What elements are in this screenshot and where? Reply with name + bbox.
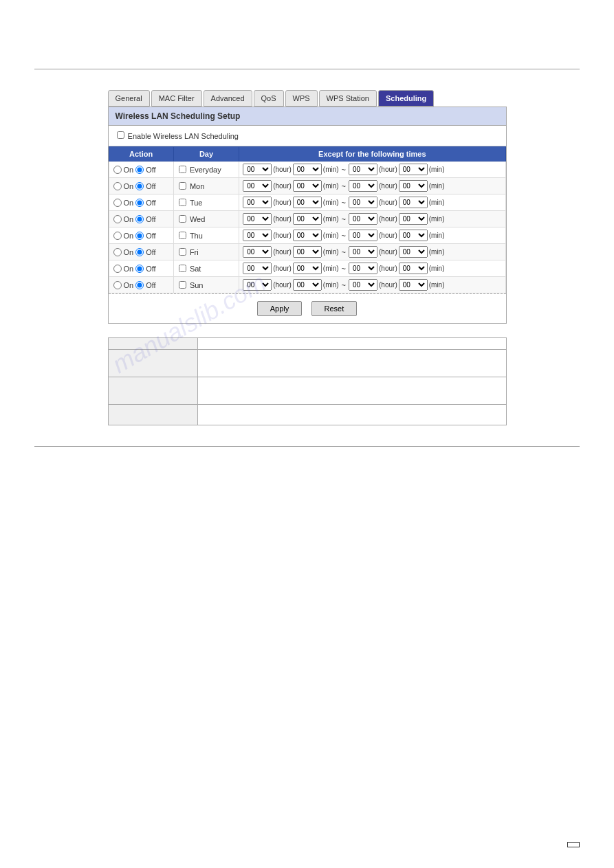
- hour-label-start-3: (hour): [273, 215, 292, 223]
- time-select-end-hour-5[interactable]: 0001020304050607080910111213141516171819…: [349, 246, 377, 258]
- radio-off-6[interactable]: [135, 265, 144, 273]
- on-label-1: On: [124, 182, 134, 190]
- min-label-end-0: (min): [429, 166, 445, 173]
- time-select-start-min-4[interactable]: 0001020304050607080910111213141516171819…: [293, 230, 322, 241]
- off-label-4: Off: [146, 232, 155, 240]
- header-time-range: Except for the following times: [239, 147, 505, 162]
- time-select-start-min-6[interactable]: 0001020304050607080910111213141516171819…: [293, 263, 322, 274]
- tab-wps[interactable]: WPS: [285, 90, 318, 107]
- off-label-7: Off: [146, 281, 155, 289]
- radio-off-2[interactable]: [135, 199, 144, 207]
- off-label-2: Off: [146, 199, 155, 207]
- time-select-start-hour-4[interactable]: 0001020304050607080910111213141516171819…: [243, 230, 272, 241]
- off-label-0: Off: [146, 166, 155, 174]
- enable-scheduling-checkbox[interactable]: [117, 131, 124, 139]
- time-select-start-hour-0[interactable]: 0001020304050607080910111213141516171819…: [243, 164, 272, 175]
- day-checkbox-2[interactable]: [179, 199, 186, 206]
- time-select-start-hour-5[interactable]: 0001020304050607080910111213141516171819…: [243, 246, 272, 258]
- min-label-start-2: (min): [323, 199, 339, 206]
- radio-on-7[interactable]: [113, 281, 122, 289]
- radio-on-1[interactable]: [113, 182, 122, 190]
- time-select-end-min-6[interactable]: 0001020304050607080910111213141516171819…: [399, 263, 428, 274]
- time-select-start-min-0[interactable]: 0001020304050607080910111213141516171819…: [293, 164, 322, 175]
- hour-label-start-4: (hour): [273, 232, 292, 239]
- day-checkbox-1[interactable]: [179, 182, 186, 190]
- time-range-1: 0001020304050607080910111213141516171819…: [243, 180, 501, 192]
- time-select-start-hour-3[interactable]: 0001020304050607080910111213141516171819…: [243, 213, 272, 225]
- time-select-start-min-1[interactable]: 0001020304050607080910111213141516171819…: [293, 180, 322, 192]
- time-select-end-hour-2[interactable]: 0001020304050607080910111213141516171819…: [349, 197, 377, 208]
- time-select-end-min-2[interactable]: 0001020304050607080910111213141516171819…: [399, 197, 428, 208]
- action-cell-7: On Off: [109, 277, 173, 293]
- day-checkbox-0[interactable]: [179, 166, 186, 173]
- action-cell-6: On Off: [109, 260, 173, 277]
- on-label-4: On: [124, 232, 134, 240]
- day-checkbox-4[interactable]: [179, 232, 186, 239]
- day-checkbox-5[interactable]: [179, 248, 186, 256]
- tab-advanced[interactable]: Advanced: [204, 90, 252, 107]
- radio-off-1[interactable]: [135, 182, 144, 190]
- time-select-end-min-3[interactable]: 0001020304050607080910111213141516171819…: [399, 213, 428, 225]
- min-label-end-6: (min): [429, 265, 445, 272]
- day-checkbox-3[interactable]: [179, 215, 186, 223]
- radio-off-4[interactable]: [135, 232, 144, 240]
- time-select-start-hour-2[interactable]: 0001020304050607080910111213141516171819…: [243, 197, 272, 208]
- min-label-start-5: (min): [323, 248, 339, 256]
- time-select-end-min-0[interactable]: 0001020304050607080910111213141516171819…: [399, 164, 428, 175]
- tab-mac-filter[interactable]: MAC Filter: [151, 90, 202, 107]
- tab-wps-station[interactable]: WPS Station: [319, 90, 377, 107]
- hour-label-start-0: (hour): [273, 166, 292, 173]
- radio-on-6[interactable]: [113, 265, 122, 273]
- tilde-7: ~: [340, 281, 347, 289]
- radio-off-0[interactable]: [135, 166, 144, 174]
- action-cell-2: On Off: [109, 194, 173, 211]
- tab-qos[interactable]: QoS: [254, 90, 284, 107]
- time-select-start-hour-1[interactable]: 0001020304050607080910111213141516171819…: [243, 180, 272, 192]
- time-cell-0: 0001020304050607080910111213141516171819…: [239, 162, 505, 178]
- min-label-end-4: (min): [429, 232, 445, 239]
- time-select-end-hour-1[interactable]: 0001020304050607080910111213141516171819…: [349, 180, 377, 192]
- radio-on-5[interactable]: [113, 248, 122, 256]
- time-select-end-hour-6[interactable]: 0001020304050607080910111213141516171819…: [349, 263, 377, 274]
- radio-on-4[interactable]: [113, 232, 122, 240]
- top-divider: [34, 69, 580, 69]
- time-select-start-min-7[interactable]: 0001020304050607080910111213141516171819…: [293, 279, 322, 291]
- time-range-2: 0001020304050607080910111213141516171819…: [243, 197, 501, 208]
- hour-label-end-4: (hour): [379, 232, 397, 239]
- reset-button[interactable]: Reset: [311, 301, 358, 316]
- time-select-end-hour-3[interactable]: 0001020304050607080910111213141516171819…: [349, 213, 377, 225]
- apply-button[interactable]: Apply: [257, 301, 303, 316]
- time-select-start-hour-6[interactable]: 0001020304050607080910111213141516171819…: [243, 263, 272, 274]
- time-select-end-min-4[interactable]: 0001020304050607080910111213141516171819…: [399, 230, 428, 241]
- action-cell-3: On Off: [109, 211, 173, 227]
- time-select-end-min-1[interactable]: 0001020304050607080910111213141516171819…: [399, 180, 428, 192]
- time-select-end-hour-7[interactable]: 0001020304050607080910111213141516171819…: [349, 279, 377, 291]
- tab-general[interactable]: General: [108, 90, 150, 107]
- day-label-7: Sun: [190, 281, 204, 289]
- on-label-0: On: [124, 166, 134, 174]
- min-label-end-1: (min): [429, 182, 445, 190]
- day-checkbox-7[interactable]: [179, 281, 186, 289]
- time-select-start-min-3[interactable]: 0001020304050607080910111213141516171819…: [293, 213, 322, 225]
- min-label-start-7: (min): [323, 281, 339, 289]
- radio-on-3[interactable]: [113, 215, 122, 223]
- time-select-end-hour-4[interactable]: 0001020304050607080910111213141516171819…: [349, 230, 377, 241]
- time-select-start-hour-7[interactable]: 0001020304050607080910111213141516171819…: [243, 279, 272, 291]
- day-checkbox-6[interactable]: [179, 265, 186, 272]
- time-cell-3: 0001020304050607080910111213141516171819…: [239, 211, 505, 227]
- radio-off-7[interactable]: [135, 281, 144, 289]
- min-label-end-7: (min): [429, 281, 445, 289]
- info-value-2: [197, 350, 506, 377]
- time-select-start-min-2[interactable]: 0001020304050607080910111213141516171819…: [293, 197, 322, 208]
- tab-scheduling[interactable]: Scheduling: [378, 90, 434, 107]
- radio-on-0[interactable]: [113, 166, 122, 174]
- radio-on-2[interactable]: [113, 199, 122, 207]
- time-select-start-min-5[interactable]: 0001020304050607080910111213141516171819…: [293, 246, 322, 258]
- time-select-end-min-7[interactable]: 0001020304050607080910111213141516171819…: [399, 279, 428, 291]
- time-select-end-hour-0[interactable]: 0001020304050607080910111213141516171819…: [349, 164, 377, 175]
- radio-off-3[interactable]: [135, 215, 144, 223]
- min-label-start-1: (min): [323, 182, 339, 190]
- radio-off-5[interactable]: [135, 248, 144, 256]
- time-select-end-min-5[interactable]: 0001020304050607080910111213141516171819…: [399, 246, 428, 258]
- action-cell-4: On Off: [109, 227, 173, 244]
